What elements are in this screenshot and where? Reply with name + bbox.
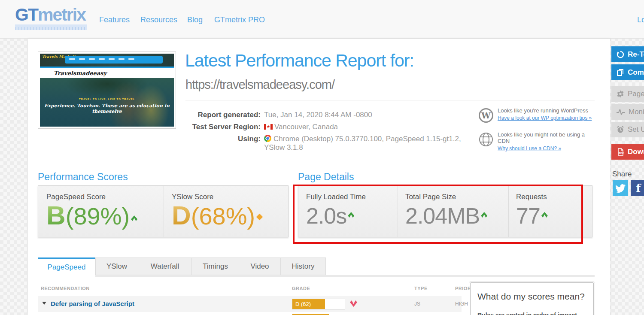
tab-timings[interactable]: Timings bbox=[192, 257, 239, 275]
retest-button[interactable]: Re-Te bbox=[611, 46, 644, 62]
report-url: https://travelsmadeeasy.com/ bbox=[185, 78, 334, 92]
thumb-site-navbar bbox=[65, 56, 163, 64]
total-page-size-label: Total Page Size bbox=[405, 193, 487, 201]
setup-alerts-button[interactable]: Set U bbox=[611, 122, 644, 137]
requests-value: 77 bbox=[516, 205, 548, 227]
tab-pagespeed[interactable]: PageSpeed bbox=[38, 257, 95, 275]
pagespeed-score-label: PageSpeed Score bbox=[46, 193, 137, 201]
thumb-hero-image: TRAVEL TO LIVE, LIVE TO TRAVEL Experienc… bbox=[40, 78, 174, 127]
using-row: Using: Chrome (Desktop) 75.0.3770.100, P… bbox=[185, 135, 469, 152]
wordpress-notice: W Looks like you're running WordPress Ha… bbox=[479, 107, 595, 121]
test-server-region-row: Test Server Region: Vancouver, Canada bbox=[185, 123, 469, 131]
login-link[interactable]: Lo bbox=[637, 15, 644, 24]
column-header-type: TYPE bbox=[414, 286, 428, 291]
recommendation-row-partial[interactable] bbox=[38, 312, 462, 315]
grade-fill: D (62) bbox=[292, 299, 325, 309]
gtmetrix-report-page: GTmetrix Features Resources Blog GTmetri… bbox=[0, 0, 644, 315]
canada-flag-icon bbox=[264, 124, 273, 130]
requests-label: Requests bbox=[516, 193, 548, 201]
divider bbox=[185, 100, 595, 100]
wp-optimization-tips-link[interactable]: Have a look at our WP optimization tips … bbox=[498, 115, 592, 121]
recommendation-name[interactable]: Defer parsing of JavaScript bbox=[51, 300, 134, 307]
tab-yslow[interactable]: YSlow bbox=[95, 257, 138, 275]
cdn-notice: Looks like you might not be using a CDN … bbox=[479, 131, 595, 152]
recommendation-type: JS bbox=[414, 301, 420, 307]
nav-link-features[interactable]: Features bbox=[99, 15, 130, 24]
scores-info-title: What do my scores mean? bbox=[477, 291, 586, 302]
top-navigation-bar: GTmetrix Features Resources Blog GTmetri… bbox=[0, 0, 644, 39]
pulse-icon bbox=[617, 109, 625, 115]
nav-link-resources[interactable]: Resources bbox=[140, 15, 177, 24]
column-header-recommendation: RECOMMENDATION bbox=[41, 286, 90, 291]
refresh-icon bbox=[617, 51, 624, 58]
pdf-icon: PDF bbox=[617, 148, 624, 156]
nav-link-blog[interactable]: Blog bbox=[187, 15, 203, 24]
alarm-clock-icon bbox=[617, 126, 624, 133]
performance-scores-card: PageSpeed Score B(89%) YSlow Score D(68%… bbox=[38, 185, 289, 237]
pagespeed-score-value: B(89%) bbox=[46, 202, 137, 229]
fully-loaded-time-label: Fully Loaded Time bbox=[306, 193, 366, 201]
report-tabs: PageSpeed YSlow Waterfall Timings Video … bbox=[38, 257, 326, 275]
scores-info-body: Rules are sorted in order of impact bbox=[477, 312, 586, 315]
tab-waterfall[interactable]: Waterfall bbox=[138, 257, 192, 275]
cdn-notice-text: Looks like you might not be using a CDN bbox=[498, 131, 595, 144]
copy-icon bbox=[617, 69, 624, 76]
trend-up-icon bbox=[131, 215, 137, 221]
gtmetrix-logo-text: GTmetrix bbox=[15, 6, 89, 24]
using-value: Chrome (Desktop) 75.0.3770.100, PageSpee… bbox=[264, 135, 466, 152]
cdn-info-link[interactable]: Why should I use a CDN? » bbox=[498, 145, 561, 151]
test-server-region-label: Test Server Region: bbox=[185, 123, 261, 131]
yslow-score-label: YSlow Score bbox=[172, 193, 262, 201]
globe-icon bbox=[479, 132, 493, 148]
report-generated-row: Report generated: Tue, Jan 14, 2020 8:44… bbox=[185, 111, 469, 119]
monitor-button[interactable]: Monit bbox=[611, 104, 644, 120]
grade-bar: D (62) bbox=[292, 299, 345, 309]
page-title: Latest Performance Report for: bbox=[185, 51, 414, 71]
facebook-share-button[interactable]: f bbox=[631, 180, 644, 196]
page-settings-button[interactable]: Page bbox=[611, 86, 644, 102]
tabs-bottom-strip bbox=[95, 275, 595, 277]
report-generated-label: Report generated: bbox=[185, 111, 261, 119]
using-label: Using: bbox=[185, 135, 261, 152]
expand-triangle-icon[interactable] bbox=[42, 302, 46, 305]
trend-down-icon bbox=[350, 300, 357, 307]
trend-up-icon bbox=[541, 212, 548, 218]
svg-text:PDF: PDF bbox=[619, 152, 624, 154]
page-details-heading: Page Details bbox=[298, 171, 354, 183]
twitter-icon bbox=[615, 184, 626, 193]
yslow-score-value: D(68%) bbox=[172, 202, 262, 229]
scores-info-box: What do my scores mean? Rules are sorted… bbox=[470, 282, 594, 315]
performance-scores-heading: Performance Scores bbox=[38, 171, 128, 183]
page-details-card: Fully Loaded Time 2.0s Total Page Size 2… bbox=[298, 185, 592, 237]
wordpress-icon: W bbox=[479, 108, 493, 123]
column-header-grade: GRADE bbox=[292, 286, 310, 291]
recommendation-priority: HIGH bbox=[455, 301, 468, 307]
compare-button[interactable]: Comp bbox=[611, 64, 644, 80]
trend-up-icon bbox=[481, 212, 487, 218]
trend-up-icon bbox=[348, 212, 354, 218]
twitter-share-button[interactable] bbox=[613, 180, 628, 196]
fully-loaded-time-value: 2.0s bbox=[306, 205, 366, 227]
thumb-site-name: Travelsmadeeasy bbox=[54, 70, 106, 76]
nav-link-gtmetrix-pro[interactable]: GTmetrix PRO bbox=[214, 15, 265, 24]
chrome-icon bbox=[264, 135, 271, 142]
facebook-icon: f bbox=[636, 182, 641, 194]
gtmetrix-logo[interactable]: GTmetrix bbox=[15, 6, 89, 30]
ruler-icon bbox=[15, 24, 87, 30]
trend-neutral-icon bbox=[256, 214, 263, 221]
tab-history[interactable]: History bbox=[281, 257, 326, 275]
site-screenshot-image: Travels Made Easy Travelsmadeeasy TRAVEL… bbox=[40, 54, 174, 127]
test-server-region-value: Vancouver, Canada bbox=[264, 123, 338, 131]
site-screenshot-thumbnail[interactable]: Travels Made Easy Travelsmadeeasy TRAVEL… bbox=[38, 51, 176, 129]
download-pdf-button[interactable]: PDF Down bbox=[611, 144, 644, 160]
gear-icon bbox=[617, 90, 624, 98]
report-generated-value: Tue, Jan 14, 2020 8:44 AM -0800 bbox=[264, 111, 372, 119]
wordpress-notice-text: Looks like you're running WordPress bbox=[498, 107, 595, 114]
total-page-size-value: 2.04MB bbox=[405, 205, 487, 227]
tab-video[interactable]: Video bbox=[239, 257, 281, 275]
divider bbox=[477, 307, 586, 307]
recommendation-row[interactable]: Defer parsing of JavaScript D (62) JS HI… bbox=[38, 296, 462, 312]
